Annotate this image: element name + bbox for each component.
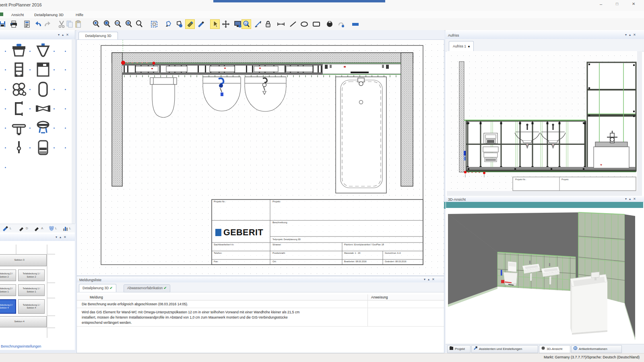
svg-text:Projekt-Nr.:: Projekt-Nr.:	[515, 178, 526, 181]
svg-text:Postleitzahl:: Postleitzahl:	[272, 252, 286, 254]
svg-text:Sachbearbeiter/-in:: Sachbearbeiter/-in:	[214, 243, 234, 246]
svg-text:Ort:: Ort:	[272, 260, 277, 263]
svg-text:Massstab: 1 : 20: Massstab: 1 : 20	[344, 252, 360, 254]
svg-text:Beschreibung: Beschreibung	[272, 221, 287, 224]
svg-text:Strasse:: Strasse:	[272, 243, 281, 246]
svg-text:Projekt:: Projekt:	[272, 200, 281, 203]
svg-text:Q: Q	[245, 22, 248, 26]
svg-text:Projekt-Nr.:: Projekt-Nr.:	[214, 200, 226, 203]
svg-text:Fax:: Fax:	[214, 260, 219, 263]
svg-text:Teilprojekt: Detailplanung 3D: Teilprojekt: Detailplanung 3D	[272, 238, 301, 241]
svg-text:Projekt:: Projekt:	[561, 178, 569, 181]
svg-text:Telefon:: Telefon:	[214, 252, 222, 254]
svg-text:Geändert: 08.03.2016: Geändert: 08.03.2016	[385, 260, 407, 263]
svg-text:Bearbeitet: 08.03.2016: Bearbeitet: 08.03.2016	[344, 260, 367, 263]
svg-text:GEBERIT: GEBERIT	[223, 228, 263, 237]
svg-text:Planform: Einzelplanartikel: Planform: Einzelplanartikel / GeoPlan 18	[344, 243, 384, 246]
svg-text:Gezeichnet: A-A: Gezeichnet: A-A	[385, 252, 401, 254]
